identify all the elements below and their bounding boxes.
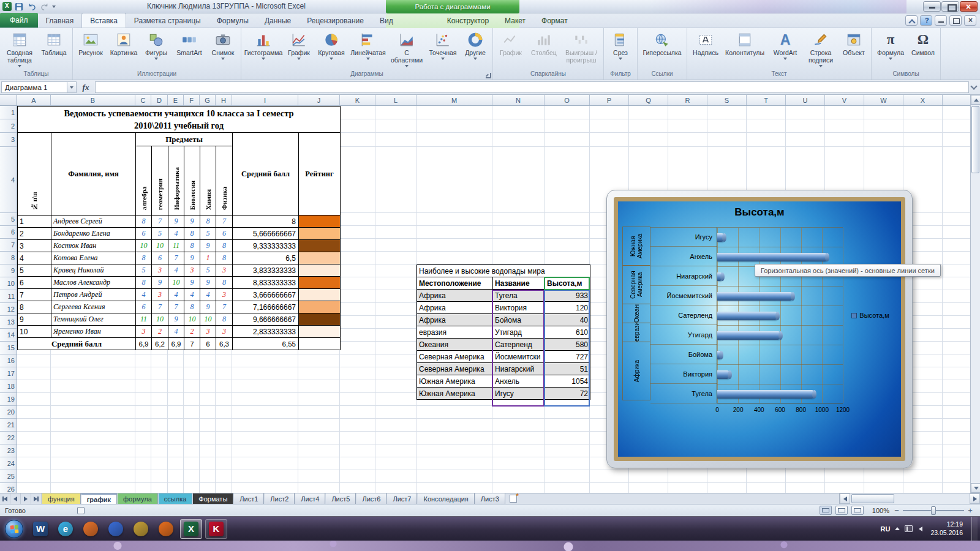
other-charts-button[interactable]: Другие: [460, 29, 491, 70]
keys-app-taskbar-icon[interactable]: [130, 519, 152, 539]
cell-student-name[interactable]: Маслов Александр: [51, 277, 136, 289]
scroll-left-icon[interactable]: [840, 493, 850, 504]
cell-number[interactable]: 5: [18, 264, 51, 277]
column-header-R[interactable]: R: [668, 95, 707, 106]
cell-mark[interactable]: 3: [152, 289, 168, 301]
network-icon[interactable]: [905, 525, 913, 532]
cell-average[interactable]: 2,833333333: [233, 326, 299, 338]
sheet-tab-график[interactable]: график: [81, 493, 117, 504]
row-header-3[interactable]: 3: [0, 133, 17, 147]
chart-title[interactable]: Высота,м: [618, 206, 901, 227]
cell-mark[interactable]: 3: [216, 264, 233, 277]
chart-bar-Сатерленд[interactable]: [717, 312, 778, 320]
cell-rating[interactable]: [299, 277, 341, 289]
cell-waterfall-name[interactable]: Игусу: [493, 388, 545, 400]
cell-location[interactable]: Южная Америка: [417, 375, 493, 388]
cell-mark[interactable]: 7: [152, 216, 168, 228]
hyperlink-button[interactable]: Гиперссылка: [639, 29, 685, 70]
cell-number[interactable]: 2: [18, 228, 51, 240]
cell-average[interactable]: 3,833333333: [233, 264, 299, 277]
cell-rating[interactable]: [299, 289, 341, 301]
cell-mark[interactable]: 3: [216, 326, 233, 338]
sparkline-winloss-button[interactable]: Выигрыш / проигрыш: [561, 29, 601, 70]
grades-title-cell[interactable]: Ведомость успеваемости учащихся 10 класс…: [18, 107, 341, 133]
row-header-4[interactable]: 4: [0, 147, 17, 213]
cell-location[interactable]: Океания: [417, 339, 493, 351]
column-header-G[interactable]: G: [200, 95, 216, 106]
cell-average[interactable]: 8: [233, 216, 299, 228]
row-header-24[interactable]: 24: [0, 457, 17, 470]
cell-mark[interactable]: 9: [184, 277, 200, 289]
zoom-slider-thumb[interactable]: [931, 506, 936, 515]
cell-average[interactable]: 8,833333333: [233, 277, 299, 289]
cell-footer-value[interactable]: 6,9: [168, 338, 184, 350]
cell-average[interactable]: 6,5: [233, 252, 299, 264]
cell-location[interactable]: Африка: [417, 290, 493, 302]
screenshot-button[interactable]: Снимок: [207, 29, 239, 70]
cell-number[interactable]: 6: [18, 277, 51, 289]
cell-mark[interactable]: 3: [152, 264, 168, 277]
column-header-A[interactable]: A: [17, 95, 51, 106]
cell-mark[interactable]: 3: [136, 326, 152, 338]
row-header-6[interactable]: 6: [0, 226, 17, 239]
cell-rating[interactable]: [299, 252, 341, 264]
scroll-right-icon[interactable]: [970, 493, 980, 504]
row-header-25[interactable]: 25: [0, 470, 17, 483]
row-header-14[interactable]: 14: [0, 329, 17, 342]
workbook-minimize-icon[interactable]: [935, 15, 947, 26]
qat-dropdown-icon[interactable]: [52, 6, 56, 8]
sheet-tab-формула[interactable]: формула: [117, 493, 158, 504]
cell-height[interactable]: 1054: [545, 375, 590, 388]
last-sheet-icon[interactable]: [31, 493, 42, 504]
minimize-button[interactable]: [923, 1, 941, 12]
bar-chart-button[interactable]: Линейчатая: [349, 29, 388, 70]
row-header-13[interactable]: 13: [0, 316, 17, 329]
column-header-O[interactable]: O: [545, 95, 590, 106]
cell-mark[interactable]: 4: [168, 264, 184, 277]
object-button[interactable]: Объект: [839, 29, 869, 70]
cell-mark[interactable]: 8: [184, 301, 200, 313]
cell-number[interactable]: 10: [18, 326, 51, 338]
cell-height[interactable]: 580: [545, 339, 590, 351]
equation-button[interactable]: π Формула: [873, 29, 908, 70]
tab-data[interactable]: Данные: [257, 14, 299, 28]
cell-rating[interactable]: [299, 228, 341, 240]
header-rating[interactable]: Рейтинг: [299, 133, 341, 216]
cell-mark[interactable]: 9: [200, 301, 216, 313]
scroll-up-icon[interactable]: [971, 95, 980, 105]
formula-input[interactable]: [95, 81, 969, 93]
internet-explorer-taskbar-icon[interactable]: e: [55, 519, 77, 539]
sheet-tab-Форматы[interactable]: Форматы: [192, 493, 233, 504]
cell-location[interactable]: Северная Америка: [417, 363, 493, 375]
cell-height[interactable]: 120: [545, 302, 590, 314]
smartart-button[interactable]: SmartArt: [172, 29, 207, 70]
cell-mark[interactable]: 3: [200, 326, 216, 338]
cell-mark[interactable]: 4: [168, 228, 184, 240]
prev-sheet-icon[interactable]: [10, 493, 21, 504]
start-button[interactable]: [5, 520, 23, 538]
sheet-tab-Лист1[interactable]: Лист1: [233, 493, 264, 504]
sheet-tab-Лист5[interactable]: Лист5: [325, 493, 356, 504]
word-taskbar-icon[interactable]: W: [29, 519, 51, 539]
insert-function-button[interactable]: fx: [77, 83, 95, 92]
cell-mark[interactable]: 6: [136, 228, 152, 240]
sheet-tab-Лист7[interactable]: Лист7: [386, 493, 417, 504]
select-all-corner[interactable]: [0, 95, 17, 106]
pie-chart-button[interactable]: Круговая: [314, 29, 349, 70]
cell-rating[interactable]: [299, 301, 341, 313]
cell-rating[interactable]: [299, 240, 341, 252]
waterfall-header[interactable]: Местоположение: [417, 277, 493, 290]
cell-location[interactable]: Африка: [417, 314, 493, 326]
page-break-view-icon[interactable]: [851, 506, 864, 515]
column-header-B[interactable]: B: [51, 95, 135, 106]
sheet-tab-ссылка[interactable]: ссылка: [158, 493, 193, 504]
cell-average[interactable]: 3,666666667: [233, 289, 299, 301]
row-header-1[interactable]: 1: [0, 106, 17, 119]
save-button[interactable]: [13, 1, 24, 12]
cell-rating[interactable]: [299, 313, 341, 326]
restore-button[interactable]: [941, 1, 959, 12]
wordart-button[interactable]: А WordArt: [767, 29, 803, 70]
row-header-26[interactable]: 26: [0, 483, 17, 493]
cell-mark[interactable]: 8: [184, 228, 200, 240]
cell-mark[interactable]: 8: [200, 216, 216, 228]
